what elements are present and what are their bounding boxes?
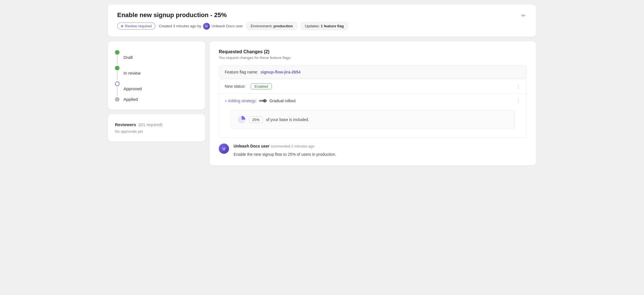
- step-label-approved: Approved: [123, 86, 142, 91]
- rollout-box: 25% of your base is included.: [230, 110, 515, 129]
- user-name: Unleash Docs user: [212, 24, 243, 28]
- page-container: Enable new signup production - 25% Revie…: [108, 5, 536, 165]
- section-title: Requested Changes (2): [219, 49, 527, 54]
- comment-text: Enable the new signup flow to 25% of use…: [234, 151, 527, 157]
- strategy-name: Gradual rollout: [269, 99, 295, 103]
- page-title: Enable new signup production - 25%: [117, 11, 348, 19]
- step-inreview: In review: [115, 65, 198, 81]
- step-line-1: [117, 55, 118, 64]
- header-meta: Review required Created 3 minutes ago by…: [117, 22, 348, 30]
- strategy-left: + Adding strategy: Gradual rollout: [225, 99, 295, 103]
- comment-time: commented 2 minutes ago: [271, 144, 315, 148]
- right-panel: Requested Changes (2) You request change…: [210, 41, 536, 165]
- steps-card: Draft In review: [108, 41, 205, 110]
- step-label-inreview: In review: [123, 70, 141, 75]
- header-card: Enable new signup production - 25% Revie…: [108, 5, 536, 37]
- updates-chip: Updates: 1 feature flag: [301, 22, 348, 30]
- steps-container: Draft In review: [115, 49, 198, 102]
- enabled-badge: Enabled: [251, 83, 272, 89]
- created-by: Created 3 minutes ago by U Unleash Docs …: [159, 23, 243, 30]
- step-dot-draft-wrapper: [115, 49, 120, 65]
- status-label: New status:: [225, 84, 246, 89]
- comment-author: Unleash Docs user: [234, 144, 270, 148]
- strategy-dots-menu[interactable]: ⋮: [516, 98, 521, 104]
- step-applied: Applied: [115, 96, 198, 102]
- comment-box: Unleash Docs user commented 2 minutes ag…: [234, 144, 527, 157]
- header-left: Enable new signup production - 25% Revie…: [117, 11, 348, 30]
- step-dot-inreview: [115, 66, 120, 70]
- review-badge-dot: [121, 25, 123, 27]
- step-dot-applied-wrapper: [115, 96, 120, 102]
- step-line-2: [117, 71, 118, 80]
- edit-icon[interactable]: ✏: [520, 11, 527, 20]
- adding-label: + Adding strategy:: [225, 99, 257, 103]
- status-row: New status: Enabled ⋮: [219, 79, 526, 93]
- step-approved: Approved: [115, 81, 198, 96]
- comment-avatar: U: [219, 144, 229, 154]
- right-card: Requested Changes (2) You request change…: [210, 41, 536, 165]
- environment-value: production: [274, 24, 293, 28]
- rollout-wrapper: 25% of your base is included.: [219, 108, 526, 138]
- reviewers-subtitle: No approvals yet: [115, 129, 198, 134]
- step-label-applied: Applied: [123, 97, 138, 102]
- percentage-box: 25%: [249, 116, 263, 123]
- left-panel: Draft In review: [108, 41, 205, 165]
- main-content: Draft In review: [108, 41, 536, 165]
- flag-name-label: Feature flag name:: [225, 70, 258, 74]
- reviewers-card: Reviewers (0/1 required) No approvals ye…: [108, 114, 205, 142]
- step-dot-approved-wrapper: [115, 81, 120, 96]
- step-dot-inreview-wrapper: [115, 65, 120, 81]
- status-dots-menu[interactable]: ⋮: [516, 83, 521, 89]
- updates-value: 1 feature flag: [321, 24, 344, 28]
- strategy-row: + Adding strategy: Gradual rollout ⋮: [219, 93, 526, 108]
- review-badge-label: Review required: [125, 24, 152, 28]
- updates-label: Updates:: [305, 24, 320, 28]
- flag-name-link[interactable]: signup-flow-jira-2654: [261, 70, 301, 74]
- environment-label: Environment:: [251, 24, 273, 28]
- svg-point-1: [263, 99, 266, 103]
- pie-chart-icon: [238, 116, 246, 124]
- review-badge: Review required: [117, 22, 155, 30]
- step-draft: Draft: [115, 49, 198, 65]
- step-dot-approved: [115, 81, 120, 86]
- created-text: Created 3 minutes ago by: [159, 24, 201, 28]
- step-label-draft: Draft: [123, 55, 133, 60]
- rollout-text: of your base is included.: [266, 117, 309, 122]
- changes-box: New status: Enabled ⋮ + Adding strategy:: [219, 79, 527, 138]
- step-line-3: [117, 87, 118, 96]
- gradual-rollout-icon: [259, 99, 267, 103]
- flag-header: Feature flag name: signup-flow-jira-2654: [219, 65, 527, 79]
- reviewers-title: Reviewers (0/1 required): [115, 122, 198, 127]
- comment-section: U Unleash Docs user commented 2 minutes …: [219, 144, 527, 157]
- section-subtitle: You request changes for these feature fl…: [219, 56, 527, 60]
- step-dot-applied: [115, 97, 120, 102]
- step-dot-draft: [115, 50, 120, 55]
- avatar: U: [203, 23, 210, 30]
- environment-chip: Environment: production: [246, 22, 297, 30]
- comment-header: Unleash Docs user commented 2 minutes ag…: [234, 144, 527, 149]
